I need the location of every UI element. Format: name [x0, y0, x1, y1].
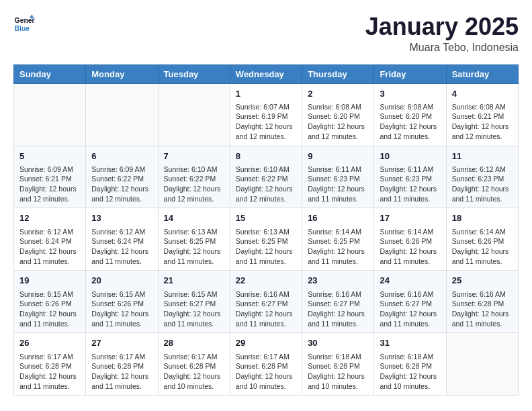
weekday-header-thursday: Thursday: [302, 64, 374, 83]
calendar-cell: 7Sunrise: 6:10 AMSunset: 6:22 PMDaylight…: [158, 146, 230, 208]
day-number: 8: [236, 150, 296, 163]
weekday-header-tuesday: Tuesday: [158, 64, 230, 83]
calendar-cell: 27Sunrise: 6:17 AMSunset: 6:28 PMDayligh…: [86, 333, 158, 396]
day-number: 3: [380, 88, 440, 100]
calendar-cell: 15Sunrise: 6:13 AMSunset: 6:25 PMDayligh…: [230, 208, 302, 271]
calendar-cell: 1Sunrise: 6:07 AMSunset: 6:19 PMDaylight…: [230, 83, 302, 146]
day-number: 21: [164, 275, 224, 287]
calendar-cell: 4Sunrise: 6:08 AMSunset: 6:21 PMDaylight…: [446, 83, 518, 146]
day-number: 24: [380, 275, 440, 287]
day-number: 18: [452, 212, 513, 224]
svg-text:Blue: Blue: [15, 25, 30, 32]
logo: General Blue: [13, 13, 35, 35]
day-info: Sunrise: 6:12 AMSunset: 6:24 PMDaylight:…: [19, 227, 80, 267]
day-number: 9: [308, 150, 368, 163]
calendar-cell: [14, 83, 86, 146]
calendar-cell: 11Sunrise: 6:12 AMSunset: 6:23 PMDayligh…: [446, 146, 518, 208]
day-info: Sunrise: 6:15 AMSunset: 6:27 PMDaylight:…: [164, 289, 224, 329]
weekday-header-monday: Monday: [86, 64, 158, 83]
day-number: 25: [452, 275, 513, 287]
day-info: Sunrise: 6:16 AMSunset: 6:28 PMDaylight:…: [452, 289, 513, 329]
day-info: Sunrise: 6:08 AMSunset: 6:20 PMDaylight:…: [380, 102, 440, 142]
logo-icon: General Blue: [13, 13, 35, 35]
day-info: Sunrise: 6:12 AMSunset: 6:23 PMDaylight:…: [452, 165, 513, 204]
day-info: Sunrise: 6:17 AMSunset: 6:28 PMDaylight:…: [164, 352, 224, 392]
day-number: 22: [236, 275, 296, 287]
day-number: 20: [91, 275, 152, 287]
day-number: 7: [164, 150, 224, 163]
month-title: January 2025: [365, 13, 519, 40]
calendar-cell: 24Sunrise: 6:16 AMSunset: 6:27 PMDayligh…: [374, 271, 446, 333]
calendar-cell: 9Sunrise: 6:11 AMSunset: 6:23 PMDaylight…: [302, 146, 374, 208]
day-info: Sunrise: 6:08 AMSunset: 6:20 PMDaylight:…: [308, 102, 368, 142]
day-info: Sunrise: 6:16 AMSunset: 6:27 PMDaylight:…: [236, 289, 296, 329]
calendar-week-4: 19Sunrise: 6:15 AMSunset: 6:26 PMDayligh…: [14, 271, 519, 333]
day-number: 27: [91, 337, 152, 349]
calendar-cell: 30Sunrise: 6:18 AMSunset: 6:28 PMDayligh…: [302, 333, 374, 396]
calendar-cell: 8Sunrise: 6:10 AMSunset: 6:22 PMDaylight…: [230, 146, 302, 208]
day-info: Sunrise: 6:13 AMSunset: 6:25 PMDaylight:…: [164, 227, 224, 267]
day-info: Sunrise: 6:07 AMSunset: 6:19 PMDaylight:…: [236, 102, 296, 142]
day-info: Sunrise: 6:16 AMSunset: 6:27 PMDaylight:…: [380, 289, 440, 329]
location: Muara Tebo, Indonesia: [365, 42, 519, 54]
calendar-week-1: 1Sunrise: 6:07 AMSunset: 6:19 PMDaylight…: [14, 83, 519, 146]
calendar-week-5: 26Sunrise: 6:17 AMSunset: 6:28 PMDayligh…: [14, 333, 519, 396]
day-info: Sunrise: 6:10 AMSunset: 6:22 PMDaylight:…: [164, 165, 224, 204]
calendar-cell: 26Sunrise: 6:17 AMSunset: 6:28 PMDayligh…: [14, 333, 86, 396]
day-info: Sunrise: 6:14 AMSunset: 6:26 PMDaylight:…: [380, 227, 440, 267]
day-number: 30: [308, 337, 368, 349]
day-info: Sunrise: 6:10 AMSunset: 6:22 PMDaylight:…: [236, 165, 296, 204]
day-number: 14: [164, 212, 224, 224]
calendar-cell: 10Sunrise: 6:11 AMSunset: 6:23 PMDayligh…: [374, 146, 446, 208]
day-info: Sunrise: 6:11 AMSunset: 6:23 PMDaylight:…: [308, 165, 368, 204]
calendar-cell: 17Sunrise: 6:14 AMSunset: 6:26 PMDayligh…: [374, 208, 446, 271]
calendar-cell: [86, 83, 158, 146]
day-info: Sunrise: 6:17 AMSunset: 6:28 PMDaylight:…: [19, 352, 80, 392]
calendar-cell: 22Sunrise: 6:16 AMSunset: 6:27 PMDayligh…: [230, 271, 302, 333]
weekday-header-wednesday: Wednesday: [230, 64, 302, 83]
title-area: January 2025 Muara Tebo, Indonesia: [365, 13, 519, 54]
calendar-cell: 20Sunrise: 6:15 AMSunset: 6:26 PMDayligh…: [86, 271, 158, 333]
day-info: Sunrise: 6:09 AMSunset: 6:21 PMDaylight:…: [19, 165, 80, 204]
day-info: Sunrise: 6:18 AMSunset: 6:28 PMDaylight:…: [380, 352, 440, 392]
calendar-cell: 19Sunrise: 6:15 AMSunset: 6:26 PMDayligh…: [14, 271, 86, 333]
day-number: 11: [452, 150, 513, 163]
day-number: 13: [91, 212, 152, 224]
day-number: 31: [380, 337, 440, 349]
calendar-cell: 5Sunrise: 6:09 AMSunset: 6:21 PMDaylight…: [14, 146, 86, 208]
day-info: Sunrise: 6:14 AMSunset: 6:25 PMDaylight:…: [308, 227, 368, 267]
calendar-cell: 18Sunrise: 6:14 AMSunset: 6:26 PMDayligh…: [446, 208, 518, 271]
day-number: 16: [308, 212, 368, 224]
calendar-cell: 12Sunrise: 6:12 AMSunset: 6:24 PMDayligh…: [14, 208, 86, 271]
day-number: 10: [380, 150, 440, 163]
calendar-week-2: 5Sunrise: 6:09 AMSunset: 6:21 PMDaylight…: [14, 146, 519, 208]
weekday-header-sunday: Sunday: [14, 64, 86, 83]
day-number: 5: [19, 150, 80, 163]
day-number: 2: [308, 88, 368, 100]
day-number: 15: [236, 212, 296, 224]
day-info: Sunrise: 6:18 AMSunset: 6:28 PMDaylight:…: [308, 352, 368, 392]
calendar-cell: 13Sunrise: 6:12 AMSunset: 6:24 PMDayligh…: [86, 208, 158, 271]
day-info: Sunrise: 6:13 AMSunset: 6:25 PMDaylight:…: [236, 227, 296, 267]
calendar-cell: 28Sunrise: 6:17 AMSunset: 6:28 PMDayligh…: [158, 333, 230, 396]
day-number: 4: [452, 88, 513, 100]
calendar-cell: 29Sunrise: 6:17 AMSunset: 6:28 PMDayligh…: [230, 333, 302, 396]
day-number: 17: [380, 212, 440, 224]
calendar-table: SundayMondayTuesdayWednesdayThursdayFrid…: [13, 64, 519, 396]
calendar-cell: 25Sunrise: 6:16 AMSunset: 6:28 PMDayligh…: [446, 271, 518, 333]
day-number: 26: [19, 337, 80, 349]
day-number: 12: [19, 212, 80, 224]
day-info: Sunrise: 6:11 AMSunset: 6:23 PMDaylight:…: [380, 165, 440, 204]
calendar-cell: 2Sunrise: 6:08 AMSunset: 6:20 PMDaylight…: [302, 83, 374, 146]
day-info: Sunrise: 6:16 AMSunset: 6:27 PMDaylight:…: [308, 289, 368, 329]
calendar-cell: 23Sunrise: 6:16 AMSunset: 6:27 PMDayligh…: [302, 271, 374, 333]
calendar-cell: 31Sunrise: 6:18 AMSunset: 6:28 PMDayligh…: [374, 333, 446, 396]
calendar-cell: [446, 333, 518, 396]
day-number: 23: [308, 275, 368, 287]
calendar-cell: 16Sunrise: 6:14 AMSunset: 6:25 PMDayligh…: [302, 208, 374, 271]
day-info: Sunrise: 6:09 AMSunset: 6:22 PMDaylight:…: [91, 165, 152, 204]
day-info: Sunrise: 6:15 AMSunset: 6:26 PMDaylight:…: [91, 289, 152, 329]
day-number: 19: [19, 275, 80, 287]
day-number: 29: [236, 337, 296, 349]
day-number: 1: [236, 88, 296, 100]
